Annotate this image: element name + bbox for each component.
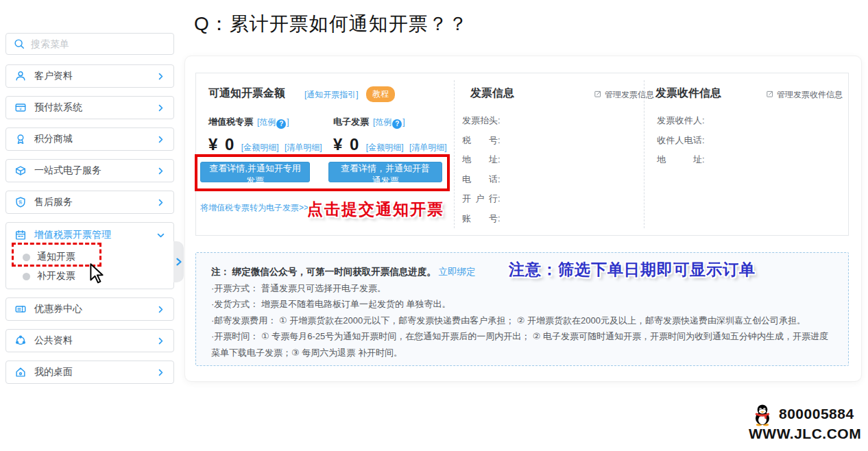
- prepaid-card-icon: ¥: [14, 101, 27, 114]
- edit-icon: [594, 90, 602, 98]
- evat-example-link[interactable]: [范例?]: [373, 117, 405, 127]
- blue-annotation-text: 注意：筛选下单日期即可显示订单: [509, 259, 756, 280]
- sidebar-subitem-label: 通知开票: [37, 251, 75, 263]
- vat-amount-detail-link[interactable]: [金额明细]: [241, 143, 279, 152]
- sidebar-item-points-mall[interactable]: 积分商城: [5, 127, 174, 151]
- svg-text:¥: ¥: [19, 107, 22, 111]
- sidebar-group-label: 增值税票开票管理: [34, 229, 156, 241]
- field-recipient-name: 发票收件人:: [657, 114, 705, 134]
- column-divider: [454, 80, 455, 228]
- bullet-icon: [23, 254, 30, 261]
- sidebar-item-label: 我的桌面: [34, 366, 156, 378]
- convert-to-evat-link[interactable]: 将增值税专票转为电子发票>>: [200, 202, 309, 214]
- sidebar: 客户资料 ¥ 预付款系统 积分商城 一站式电子服务 售 售后服务 增值税票开票管…: [5, 33, 174, 392]
- sidebar-item-eservice[interactable]: 一站式电子服务: [5, 159, 174, 182]
- sidebar-item-coupon-center[interactable]: 优惠券中心: [5, 297, 174, 321]
- invoice-panel: 可通知开票金额 [通知开票指引] 教程 增值税专票[范例?] 电子发票[范例?]…: [195, 73, 849, 236]
- home-icon: [14, 366, 27, 378]
- vat-special-label: 增值税专票: [208, 117, 253, 127]
- sidebar-item-label: 公共资料: [34, 334, 156, 347]
- page-title: Q：累计开票如何通知开票？？: [194, 11, 468, 37]
- chevron-right-icon: [156, 72, 165, 81]
- sidebar-item-my-desktop[interactable]: 我的桌面: [5, 361, 174, 384]
- chevron-right-icon: [156, 103, 165, 112]
- qq-number: 800005884: [779, 406, 854, 422]
- evat-amount: ¥ 0: [333, 135, 360, 154]
- search-input[interactable]: [31, 38, 167, 49]
- evat-list-detail-link[interactable]: [清单明细]: [409, 143, 447, 152]
- user-icon: [14, 70, 27, 82]
- question-icon: ?: [392, 119, 402, 129]
- tutorial-badge[interactable]: 教程: [366, 86, 395, 102]
- recipient-info-title: 发票收件信息: [655, 86, 721, 101]
- sidebar-item-label: 售后服务: [34, 196, 156, 208]
- sidebar-item-public-data[interactable]: 公共资料: [5, 329, 174, 352]
- sidebar-item-customer-data[interactable]: 客户资料: [5, 64, 174, 88]
- column-divider: [644, 80, 644, 228]
- sidebar-item-label: 客户资料: [34, 70, 156, 82]
- red-annotation-text: 点击提交通知开票: [307, 199, 444, 220]
- invoice-fields: 发票抬头: 税号: 地址: 电话: 开户行: 账号:: [462, 114, 501, 232]
- note-line: ·邮寄发票费用： ① 开增票货款在2000元以下，邮寄发票快递费由客户承担； ②…: [211, 313, 833, 329]
- note-line: ·发货方式： 增票是不随着电路板订单一起发货的 单独寄出。: [211, 296, 833, 313]
- chevron-right-icon: [156, 135, 165, 144]
- mouse-cursor-icon: [86, 263, 107, 285]
- coupon-icon: [14, 303, 27, 315]
- search-box[interactable]: [5, 33, 174, 55]
- field-recipient-phone: 收件人电话:: [657, 134, 705, 154]
- evat-label-row: 电子发票[范例?]: [333, 116, 405, 129]
- website-url: WWW.JLC.COM: [749, 426, 861, 442]
- field-recipient-address: 地址:: [657, 154, 705, 173]
- shield-icon: 售: [14, 196, 27, 208]
- field-phone: 电话:: [462, 173, 501, 193]
- notes-head: 注： 绑定微信公众号，可第一时间获取开票信息进度。: [211, 267, 436, 277]
- field-account: 账号:: [462, 212, 501, 232]
- notify-ordinary-invoice-button[interactable]: 查看详情，并通知开普通发票: [328, 162, 442, 182]
- sidebar-collapse-handle[interactable]: [173, 241, 184, 282]
- field-tax-number: 税号:: [462, 134, 501, 154]
- manage-invoice-info-link[interactable]: 管理发票信息: [594, 89, 654, 101]
- invoice-card: 可通知开票金额 [通知开票指引] 教程 增值税专票[范例?] 电子发票[范例?]…: [184, 56, 862, 382]
- vat-amount: ¥ 0: [208, 135, 235, 154]
- qq-penguin-icon: [752, 404, 773, 426]
- svg-text:售: 售: [19, 199, 23, 204]
- sidebar-item-label: 优惠券中心: [34, 303, 156, 315]
- question-icon: ?: [276, 119, 286, 129]
- chevron-right-icon: [156, 167, 165, 175]
- medal-icon: [14, 133, 27, 145]
- note-line: ·开票方式： 普通发票只可选择开电子发票。: [211, 280, 833, 297]
- sidebar-subitem-label: 补开发票: [37, 270, 75, 282]
- cube-icon: [14, 164, 27, 177]
- bind-now-link[interactable]: 立即绑定: [438, 267, 475, 277]
- note-line: ·开票时间： ① 专票每月6-25号为通知开票时间，在您通知开票后的一周内开出；…: [211, 328, 833, 361]
- recipient-fields: 发票收件人: 收件人电话: 地址:: [657, 114, 705, 173]
- chevron-right-icon: [156, 305, 165, 314]
- evat-amount-detail-link[interactable]: [金额明细]: [366, 143, 404, 152]
- chevron-down-icon: [156, 231, 165, 240]
- notify-special-invoice-button[interactable]: 查看详情,并通知开专用发票: [200, 162, 310, 182]
- field-address: 地址:: [462, 154, 501, 173]
- vat-list-detail-link[interactable]: [清单明细]: [285, 143, 322, 152]
- amount-section-title: 可通知开票金额: [208, 86, 285, 101]
- edit-icon: [766, 90, 774, 98]
- field-bank: 开户行:: [462, 193, 501, 212]
- chevron-right-icon: [156, 368, 165, 377]
- vat-special-label-row: 增值税专票[范例?]: [208, 116, 289, 129]
- vat-example-link[interactable]: [范例?]: [257, 117, 289, 127]
- vat-amount-row: ¥ 0 [金额明细] [清单明细]: [208, 135, 322, 154]
- evat-amount-row: ¥ 0 [金额明细] [清单明细]: [333, 135, 447, 154]
- evat-label: 电子发票: [333, 117, 369, 127]
- invoice-ticket-icon: [14, 229, 27, 241]
- sidebar-item-label: 预付款系统: [34, 101, 156, 114]
- search-icon: [13, 38, 25, 50]
- sidebar-item-label: 一站式电子服务: [34, 164, 156, 177]
- field-invoice-title: 发票抬头:: [462, 114, 501, 134]
- sidebar-item-after-sales[interactable]: 售 售后服务: [5, 191, 174, 214]
- chevron-right-icon: [156, 198, 165, 207]
- chevron-right-icon: [176, 258, 182, 266]
- sidebar-item-label: 积分商城: [34, 133, 156, 145]
- invoicing-guide-link[interactable]: [通知开票指引]: [304, 89, 359, 101]
- manage-recipient-info-link[interactable]: 管理发票收件信息: [766, 89, 843, 101]
- sidebar-group-vat-invoice-header[interactable]: 增值税票开票管理: [14, 223, 165, 247]
- sidebar-item-prepayment[interactable]: ¥ 预付款系统: [5, 96, 174, 119]
